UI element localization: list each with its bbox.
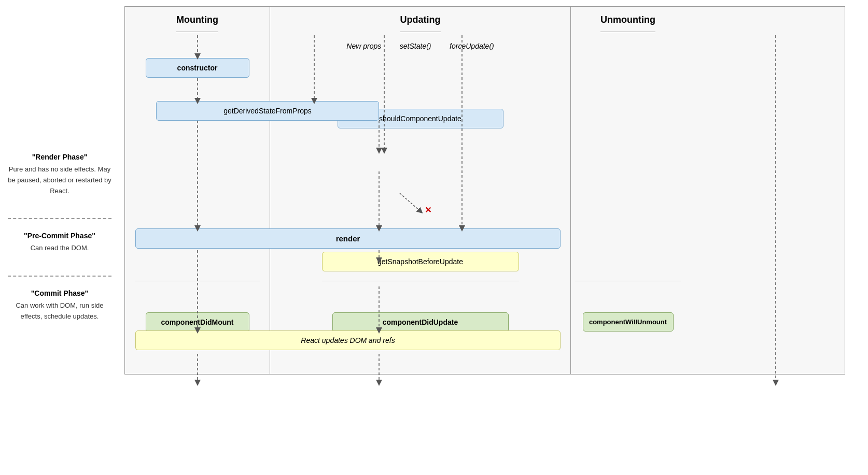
constructor-label: constructor (177, 64, 218, 72)
commit-title: "Commit Phase" (8, 289, 111, 297)
col-updating: Updating New props setState() forceUpdat… (270, 7, 571, 374)
component-did-mount-box: componentDidMount (146, 312, 249, 332)
render-phase-section: "Render Phase" Pure and has no side effe… (8, 153, 111, 196)
col-mounting: Mounting constructor (125, 7, 270, 374)
force-update-label: forceUpdate() (450, 42, 494, 50)
component-did-mount-label: componentDidMount (161, 318, 234, 326)
diagram-outer: ✕ Mounting (124, 6, 845, 375)
updating-label: Updating (400, 15, 441, 25)
get-snapshot-label: getSnapshotBeforeUpdate (377, 257, 463, 266)
divider-2 (8, 276, 111, 277)
pre-commit-section: "Pre-Commit Phase" Can read the DOM. (8, 232, 111, 254)
set-state-label: setState() (400, 42, 431, 50)
get-derived-state-overlay: getDerivedStateFromProps (156, 101, 379, 121)
component-did-update-label: componentDidUpdate (383, 318, 458, 326)
component-did-update-box: componentDidUpdate (332, 312, 509, 332)
updating-header: Updating (400, 7, 441, 32)
col-unmounting: Unmounting componentWillUnmount (571, 7, 685, 374)
render-overlay: render (125, 228, 571, 249)
commit-section: "Commit Phase" Can work with DOM, run si… (8, 289, 111, 322)
mounting-render-phase: constructor (135, 32, 260, 239)
get-snapshot-box: getSnapshotBeforeUpdate (322, 252, 519, 271)
should-component-update-label: shouldComponentUpdate (379, 114, 461, 123)
mounting-label: Mounting (176, 15, 218, 25)
component-will-unmount-label: componentWillUnmount (589, 318, 667, 326)
diagram-area: ✕ Mounting (119, 0, 868, 475)
unmounting-commit: componentWillUnmount (575, 281, 681, 374)
react-updates-dom-label: React updates DOM and refs (301, 336, 395, 344)
pre-commit-title: "Pre-Commit Phase" (8, 232, 111, 240)
updating-render-phase: New props setState() forceUpdate() (327, 32, 514, 239)
render-phase-title: "Render Phase" (8, 153, 111, 161)
component-will-unmount-box: componentWillUnmount (583, 312, 674, 332)
pre-commit-desc: Can read the DOM. (8, 243, 111, 254)
new-props-label: New props (346, 42, 381, 50)
render-label: render (336, 234, 360, 243)
divider-1 (8, 218, 111, 219)
mounting-header: Mounting (176, 7, 218, 32)
constructor-box: constructor (146, 58, 249, 78)
react-updates-dom-overlay: React updates DOM and refs (125, 330, 571, 350)
sidebar: "Render Phase" Pure and has no side effe… (0, 0, 119, 475)
updating-commit: componentDidUpdate (322, 281, 519, 374)
unmounting-header: Unmounting (600, 7, 655, 32)
commit-desc: Can work with DOM, run side effects, sch… (8, 300, 111, 322)
unmounting-label: Unmounting (600, 15, 655, 25)
get-derived-state-label: getDerivedStateFromProps (223, 107, 312, 115)
render-phase-desc: Pure and has no side effects. May be pau… (8, 164, 111, 196)
mounting-commit: componentDidMount (135, 281, 260, 374)
